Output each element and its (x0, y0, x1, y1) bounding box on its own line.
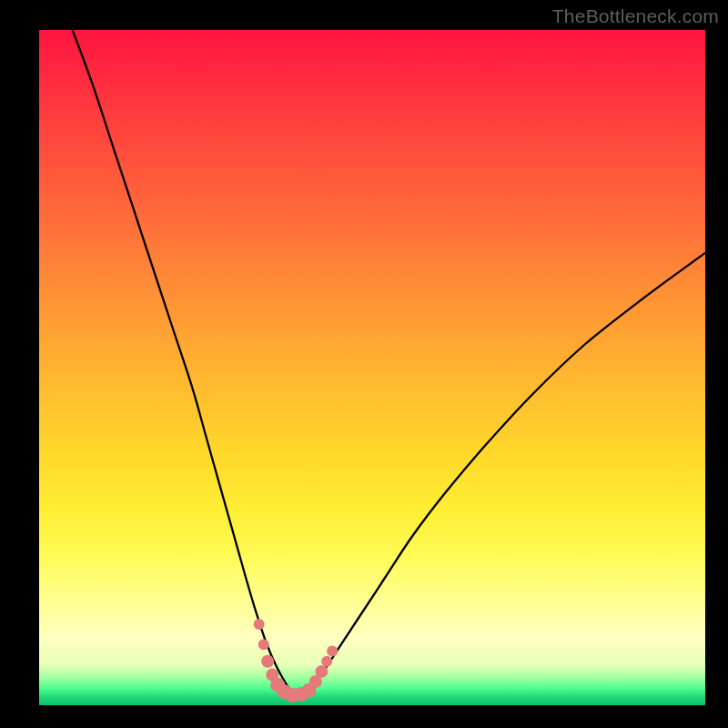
watermark-text: TheBottleneck.com (552, 5, 719, 27)
chart-frame: TheBottleneck.com (0, 0, 728, 728)
chart-svg (39, 30, 705, 705)
data-marker (254, 619, 265, 630)
bottleneck-curve (73, 30, 705, 695)
marker-group (254, 619, 339, 703)
data-marker (315, 665, 328, 678)
data-marker (321, 656, 332, 667)
data-marker (258, 639, 269, 650)
data-marker (327, 646, 338, 657)
data-marker (261, 655, 274, 668)
plot-area (39, 30, 705, 705)
